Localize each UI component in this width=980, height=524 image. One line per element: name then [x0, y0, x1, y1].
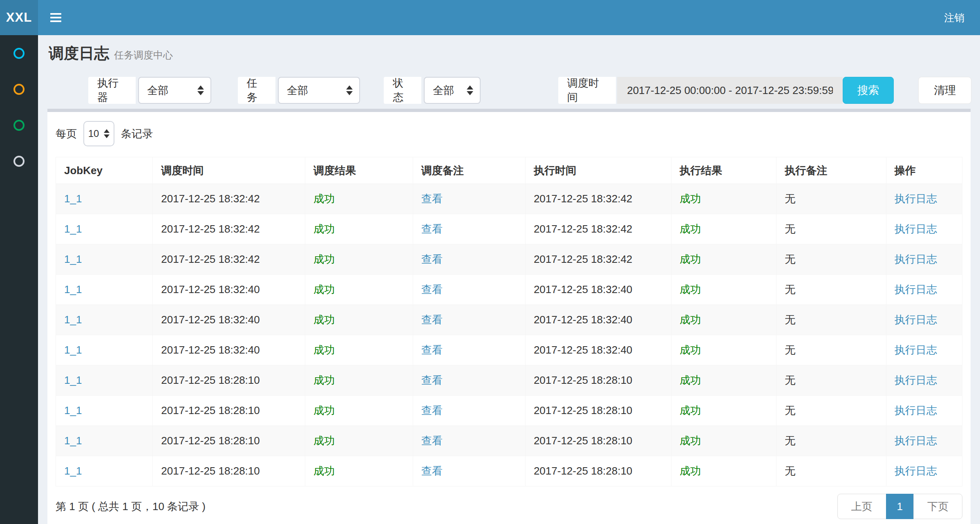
trigger-msg-link[interactable]: 查看 — [421, 465, 443, 477]
handle-msg-cell: 无 — [785, 404, 795, 417]
handle-result-cell: 成功 — [680, 374, 701, 386]
jobkey-link[interactable]: 1_1 — [64, 193, 82, 205]
executor-select[interactable]: 全部 — [138, 77, 211, 104]
jobkey-link[interactable]: 1_1 — [64, 434, 82, 447]
trigger-msg-link[interactable]: 查看 — [421, 253, 443, 265]
handle-time-cell-cell: 2017-12-25 18:32:40 — [525, 305, 671, 335]
exec-log-link[interactable]: 执行日志 — [895, 314, 937, 326]
handle-result-cell: 成功 — [680, 283, 701, 296]
page-size-value: 10 — [88, 128, 99, 139]
table-footer: 第 1 页 ( 总共 1 页，10 条记录 ) 上页 1 下页 — [56, 494, 962, 519]
handle-msg-cell: 无 — [785, 314, 795, 326]
jobkey-link[interactable]: 1_1 — [64, 374, 82, 386]
table-row: 1_12017-12-25 18:32:42成功查看2017-12-25 18:… — [56, 244, 962, 275]
sidebar-item-4[interactable] — [0, 143, 38, 179]
hamburger-menu-icon[interactable] — [49, 11, 63, 25]
trigger-result-cell-cell: 成功 — [305, 365, 413, 396]
trigger-msg-link[interactable]: 查看 — [421, 434, 443, 447]
handle-result-cell-cell: 成功 — [671, 275, 776, 305]
trigger-msg-link[interactable]: 查看 — [421, 344, 443, 356]
trigger-msg-link[interactable]: 查看 — [421, 314, 443, 326]
select-caret-icon — [104, 129, 110, 138]
next-page-button[interactable]: 下页 — [913, 494, 962, 519]
handle-time-cell: 2017-12-25 18:28:10 — [534, 374, 632, 386]
jobkey-link[interactable]: 1_1 — [64, 314, 82, 326]
current-page-button[interactable]: 1 — [886, 494, 914, 519]
jobkey-link[interactable]: 1_1 — [64, 344, 82, 356]
exec-log-link[interactable]: 执行日志 — [895, 465, 937, 477]
exec-log-link[interactable]: 执行日志 — [895, 283, 937, 296]
sidebar-item-1[interactable] — [0, 35, 38, 71]
trigger-time-cell-cell: 2017-12-25 18:28:10 — [153, 365, 305, 396]
brand-logo[interactable]: XXL — [0, 0, 38, 35]
handle-time-cell-cell: 2017-12-25 18:32:40 — [525, 335, 671, 365]
handle-msg-cell-cell: 无 — [776, 244, 886, 275]
table-header-row: JobKey调度时间调度结果调度备注执行时间执行结果执行备注操作 — [56, 157, 962, 184]
exec-log-link[interactable]: 执行日志 — [895, 344, 937, 356]
job-filter-label: 任务 — [238, 77, 275, 104]
handle-result-cell-cell: 成功 — [671, 396, 776, 426]
prev-page-button[interactable]: 上页 — [837, 494, 886, 519]
sidebar-item-3[interactable] — [0, 107, 38, 143]
circle-o-icon — [13, 120, 25, 131]
trigger-result-cell: 成功 — [313, 434, 335, 447]
trigger-msg-link-cell: 查看 — [413, 456, 525, 486]
exec-log-link[interactable]: 执行日志 — [895, 434, 937, 447]
jobkey-link[interactable]: 1_1 — [64, 223, 82, 235]
trigger-msg-link[interactable]: 查看 — [421, 374, 443, 386]
handle-result-cell-cell: 成功 — [671, 184, 776, 214]
trigger-time-range-input[interactable] — [617, 77, 842, 104]
trigger-result-cell: 成功 — [313, 314, 335, 326]
handle-result-cell-cell: 成功 — [671, 456, 776, 486]
column-header: JobKey — [56, 157, 153, 184]
table-row: 1_12017-12-25 18:28:10成功查看2017-12-25 18:… — [56, 365, 962, 396]
exec-log-link-cell: 执行日志 — [886, 244, 962, 275]
sidebar: XXL — [0, 0, 38, 524]
clean-button[interactable]: 清理 — [918, 77, 971, 104]
column-header: 执行备注 — [776, 157, 886, 184]
exec-log-link[interactable]: 执行日志 — [895, 193, 937, 205]
trigger-time-cell: 2017-12-25 18:28:10 — [161, 465, 260, 477]
handle-time-cell-cell: 2017-12-25 18:32:40 — [525, 275, 671, 305]
trigger-msg-link[interactable]: 查看 — [421, 404, 443, 417]
handle-msg-cell-cell: 无 — [776, 396, 886, 426]
exec-log-link[interactable]: 执行日志 — [895, 253, 937, 265]
jobkey-link[interactable]: 1_1 — [64, 283, 82, 296]
jobkey-link-cell: 1_1 — [56, 426, 153, 456]
handle-msg-cell: 无 — [785, 344, 795, 356]
logout-link[interactable]: 注销 — [944, 11, 964, 25]
search-button[interactable]: 搜索 — [843, 77, 894, 104]
jobkey-link-cell: 1_1 — [56, 365, 153, 396]
status-filter-label: 状态 — [384, 77, 421, 104]
jobkey-link[interactable]: 1_1 — [64, 253, 82, 265]
circle-o-icon — [13, 156, 25, 167]
content-header: 调度日志任务调度中心 — [38, 35, 980, 64]
table-row: 1_12017-12-25 18:32:40成功查看2017-12-25 18:… — [56, 305, 962, 335]
handle-result-cell-cell: 成功 — [671, 426, 776, 456]
trigger-time-cell: 2017-12-25 18:28:10 — [161, 434, 260, 447]
exec-log-link[interactable]: 执行日志 — [895, 404, 937, 417]
trigger-time-cell: 2017-12-25 18:32:40 — [161, 344, 260, 356]
trigger-result-cell-cell: 成功 — [305, 214, 413, 244]
trigger-msg-link[interactable]: 查看 — [421, 283, 443, 296]
handle-result-cell: 成功 — [680, 404, 701, 417]
trigger-msg-link[interactable]: 查看 — [421, 193, 443, 205]
handle-result-cell-cell: 成功 — [671, 244, 776, 275]
sidebar-item-2[interactable] — [0, 71, 38, 107]
job-select[interactable]: 全部 — [278, 77, 360, 104]
exec-log-link[interactable]: 执行日志 — [895, 374, 937, 386]
trigger-msg-link[interactable]: 查看 — [421, 223, 443, 235]
jobkey-link-cell: 1_1 — [56, 275, 153, 305]
page-size-select[interactable]: 10 — [83, 121, 114, 146]
handle-msg-cell-cell: 无 — [776, 184, 886, 214]
trigger-time-cell-cell: 2017-12-25 18:32:40 — [153, 305, 305, 335]
exec-log-link[interactable]: 执行日志 — [895, 223, 937, 235]
column-header: 操作 — [886, 157, 962, 184]
trigger-result-cell-cell: 成功 — [305, 396, 413, 426]
trigger-time-cell-cell: 2017-12-25 18:32:42 — [153, 244, 305, 275]
app-root: XXL 注销 调度日志任务调度中心 执行器 全部 任务 — [0, 0, 980, 524]
jobkey-link[interactable]: 1_1 — [64, 404, 82, 417]
jobkey-link[interactable]: 1_1 — [64, 465, 82, 477]
status-select[interactable]: 全部 — [424, 77, 481, 104]
exec-log-link-cell: 执行日志 — [886, 214, 962, 244]
